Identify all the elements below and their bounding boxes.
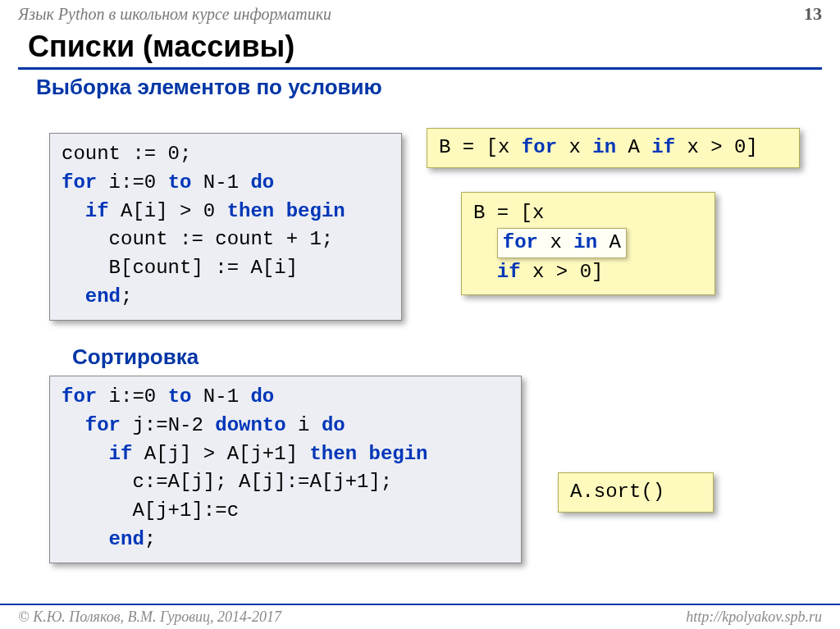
python-filter-oneliner: B = [x for x in A if x > 0] [427,128,800,168]
pascal-filter-code: count := 0; for i:=0 to N-1 do if A[i] >… [49,133,402,321]
inner-highlight-box: for x in A [497,228,627,258]
footer-copyright: © К.Ю. Поляков, В.М. Гуровиц, 2014-2017 [18,608,281,626]
footer-url: http://kpolyakov.spb.ru [686,608,822,626]
title-underline [18,67,822,70]
python-sort-code: A.sort() [558,472,714,513]
course-name: Язык Python в школьном курсе информатики [18,5,331,24]
python-filter-multiline: B = [x for x in A if x > 0] [461,192,715,295]
page-number: 13 [804,3,822,25]
pascal-sort-code: for i:=0 to N-1 do for j:=N-2 downto i d… [49,376,522,563]
slide-title: Списки (массивы) [28,30,840,64]
section-sort-title: Сортировка [72,344,199,370]
section-filter-title: Выборка элементов по условию [36,75,840,100]
